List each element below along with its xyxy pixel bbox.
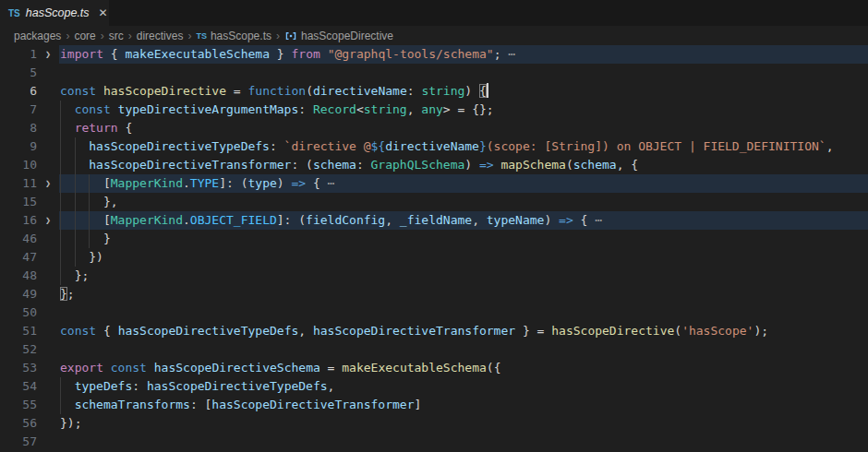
code-line-content[interactable]: return {	[59, 119, 868, 137]
code-token: =>	[479, 158, 494, 172]
code-line-content[interactable]: };	[59, 285, 868, 303]
fold-gutter	[37, 340, 59, 359]
code-line: 56});	[0, 414, 868, 433]
breadcrumb-item-hasscopedirective[interactable]: hasScopeDirective	[284, 30, 393, 42]
indent-guide	[75, 193, 90, 211]
code-line: 7const typeDirectiveArgumentMaps: Record…	[0, 101, 868, 119]
fold-chevron-icon[interactable]: ❯	[37, 174, 59, 193]
line-number: 51	[0, 322, 37, 340]
indent-guide	[60, 101, 75, 119]
code-line-content[interactable]: }	[59, 230, 868, 248]
fold-gutter	[37, 193, 59, 211]
code-token: ,	[472, 213, 487, 227]
typescript-file-icon: TS	[8, 8, 20, 18]
line-number: 7	[0, 101, 37, 119]
code-line-content[interactable]: schemaTransforms: [hasScopeDirectiveTran…	[59, 396, 868, 414]
code-token: MapperKind	[111, 176, 183, 190]
code-token: (	[566, 158, 573, 172]
indent-guide	[89, 211, 103, 230]
fold-gutter	[37, 322, 59, 340]
code-token: ${	[371, 139, 386, 153]
code-line-content[interactable]: hasScopeDirectiveTransformer: (schema: G…	[59, 156, 868, 174]
breadcrumb-item-hasscope-ts[interactable]: TShasScope.ts	[196, 30, 271, 42]
fold-gutter	[37, 377, 59, 396]
line-number: 1	[0, 45, 37, 64]
fold-gutter	[37, 303, 59, 322]
code-token: schemaTransforms	[75, 398, 190, 411]
breadcrumb-label: hasScope.ts	[211, 30, 271, 42]
indent-guide	[60, 267, 75, 285]
line-number: 52	[0, 340, 37, 359]
code-line-content[interactable]	[59, 340, 868, 359]
code-line-content[interactable]	[59, 64, 868, 82]
code-line-content[interactable]: export const hasScopeDirectiveSchema = m…	[59, 359, 868, 377]
code-token: Record	[313, 102, 356, 116]
indent-guide	[89, 230, 103, 248]
breadcrumb-label: packages	[14, 30, 61, 42]
code-token: =	[320, 361, 342, 375]
close-icon[interactable]: ✕	[99, 6, 108, 19]
code-line-content[interactable]: hasScopeDirectiveTypeDefs: `directive @$…	[59, 137, 868, 156]
code-line-content[interactable]	[59, 303, 868, 322]
indent-guide	[60, 156, 75, 174]
tab-hasscope[interactable]: TS hasScope.ts ✕	[0, 0, 109, 26]
breadcrumb-item-src[interactable]: src	[109, 30, 124, 42]
breadcrumb-item-core[interactable]: core	[74, 30, 95, 42]
code-line-content[interactable]: const hasScopeDirective = function(direc…	[59, 82, 868, 101]
code-token: mapSchema	[500, 158, 565, 172]
code-line-content[interactable]: });	[59, 414, 868, 433]
code-token: import	[60, 47, 103, 61]
code-token: const	[111, 361, 147, 375]
breadcrumb-item-directives[interactable]: directives	[137, 30, 184, 42]
breadcrumb-separator: ›	[66, 30, 69, 42]
breadcrumb-item-packages[interactable]: packages	[14, 30, 61, 42]
breadcrumb-separator: ›	[276, 30, 280, 42]
code-token: )	[464, 84, 479, 98]
code-line-content[interactable]	[59, 433, 868, 451]
code-token: (	[306, 84, 313, 98]
code-token: }	[479, 139, 487, 153]
tab-bar: TS hasScope.ts ✕	[0, 0, 868, 26]
code-line-content[interactable]: },	[59, 193, 868, 211]
line-number: 9	[0, 137, 37, 156]
code-token: any	[421, 102, 442, 116]
fold-chevron-icon[interactable]: ❯	[37, 211, 59, 230]
fold-chevron-icon[interactable]: ❯	[37, 45, 59, 64]
code-token: {	[479, 84, 487, 98]
fold-gutter	[37, 119, 59, 137]
code-token: ,	[328, 379, 335, 393]
indent-guide	[89, 193, 103, 211]
code-token: "@graphql-tools/schema"	[328, 47, 494, 61]
code-token: }	[270, 47, 291, 61]
code-token	[103, 361, 111, 375]
line-number: 53	[0, 359, 37, 377]
code-token: ({	[487, 361, 501, 375]
code-token: :	[270, 139, 284, 153]
indent-guide	[60, 137, 75, 156]
indent-guide	[60, 377, 75, 396]
code-line-content[interactable]: typeDefs: hasScopeDirectiveTypeDefs,	[59, 377, 868, 396]
indent-guide	[75, 248, 90, 267]
fold-gutter	[37, 137, 59, 156]
code-token: {	[573, 213, 595, 227]
code-line-content[interactable]: const typeDirectiveArgumentMaps: Record<…	[59, 101, 868, 119]
code-token: , {	[617, 158, 638, 172]
code-line-content[interactable]: })	[59, 248, 868, 267]
indent-guide	[60, 248, 75, 267]
code-line-content[interactable]: const { hasScopeDirectiveTypeDefs, hasSc…	[59, 322, 868, 340]
code-line-content[interactable]: };	[59, 267, 868, 285]
code-line-content[interactable]: import { makeExecutableSchema } from "@g…	[59, 45, 868, 64]
code-token: {	[306, 176, 327, 190]
code-line-content[interactable]: [MapperKind.OBJECT_FIELD]: (fieldConfig,…	[59, 211, 868, 230]
code-token: directiveName	[313, 84, 407, 98]
code-token: );	[753, 324, 768, 338]
code-token: const	[60, 84, 96, 98]
line-number: 48	[0, 267, 37, 285]
folded-code-ellipsis: ⋯	[328, 176, 335, 190]
code-token: MapperKind	[111, 213, 183, 227]
code-token: schema	[573, 158, 617, 172]
indent-guide	[75, 211, 90, 230]
code-line-content[interactable]: [MapperKind.TYPE]: (type) => { ⋯	[59, 174, 868, 193]
line-number: 15	[0, 193, 37, 211]
code-token: :	[132, 379, 147, 393]
